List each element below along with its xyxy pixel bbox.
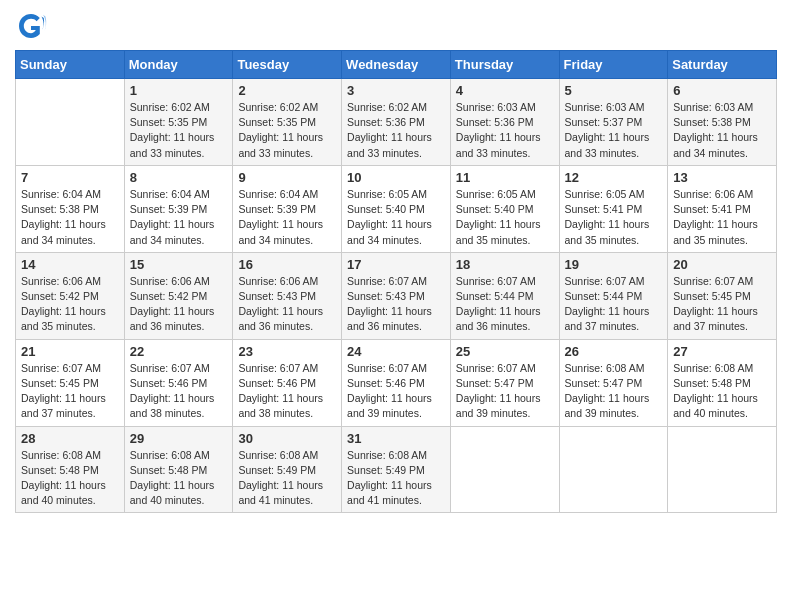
day-cell: 6Sunrise: 6:03 AMSunset: 5:38 PMDaylight… — [668, 79, 777, 166]
day-number: 2 — [238, 83, 336, 98]
day-number: 29 — [130, 431, 228, 446]
day-number: 12 — [565, 170, 663, 185]
day-info: Sunrise: 6:02 AMSunset: 5:35 PMDaylight:… — [130, 100, 228, 161]
day-info: Sunrise: 6:06 AMSunset: 5:42 PMDaylight:… — [21, 274, 119, 335]
day-cell: 5Sunrise: 6:03 AMSunset: 5:37 PMDaylight… — [559, 79, 668, 166]
day-cell: 29Sunrise: 6:08 AMSunset: 5:48 PMDayligh… — [124, 426, 233, 513]
day-info: Sunrise: 6:07 AMSunset: 5:44 PMDaylight:… — [456, 274, 554, 335]
day-info: Sunrise: 6:08 AMSunset: 5:48 PMDaylight:… — [21, 448, 119, 509]
day-number: 6 — [673, 83, 771, 98]
week-row-3: 14Sunrise: 6:06 AMSunset: 5:42 PMDayligh… — [16, 252, 777, 339]
day-info: Sunrise: 6:08 AMSunset: 5:49 PMDaylight:… — [238, 448, 336, 509]
day-info: Sunrise: 6:02 AMSunset: 5:35 PMDaylight:… — [238, 100, 336, 161]
day-info: Sunrise: 6:05 AMSunset: 5:40 PMDaylight:… — [456, 187, 554, 248]
day-number: 15 — [130, 257, 228, 272]
weekday-header-thursday: Thursday — [450, 51, 559, 79]
day-cell: 9Sunrise: 6:04 AMSunset: 5:39 PMDaylight… — [233, 165, 342, 252]
day-cell — [668, 426, 777, 513]
day-number: 31 — [347, 431, 445, 446]
weekday-header-monday: Monday — [124, 51, 233, 79]
day-number: 22 — [130, 344, 228, 359]
day-info: Sunrise: 6:07 AMSunset: 5:46 PMDaylight:… — [347, 361, 445, 422]
day-number: 1 — [130, 83, 228, 98]
day-info: Sunrise: 6:07 AMSunset: 5:46 PMDaylight:… — [238, 361, 336, 422]
day-number: 27 — [673, 344, 771, 359]
day-cell: 13Sunrise: 6:06 AMSunset: 5:41 PMDayligh… — [668, 165, 777, 252]
day-number: 25 — [456, 344, 554, 359]
day-cell: 10Sunrise: 6:05 AMSunset: 5:40 PMDayligh… — [342, 165, 451, 252]
day-info: Sunrise: 6:07 AMSunset: 5:47 PMDaylight:… — [456, 361, 554, 422]
day-info: Sunrise: 6:07 AMSunset: 5:46 PMDaylight:… — [130, 361, 228, 422]
day-cell: 16Sunrise: 6:06 AMSunset: 5:43 PMDayligh… — [233, 252, 342, 339]
calendar-body: 1Sunrise: 6:02 AMSunset: 5:35 PMDaylight… — [16, 79, 777, 513]
day-number: 16 — [238, 257, 336, 272]
day-cell: 24Sunrise: 6:07 AMSunset: 5:46 PMDayligh… — [342, 339, 451, 426]
day-info: Sunrise: 6:06 AMSunset: 5:43 PMDaylight:… — [238, 274, 336, 335]
day-info: Sunrise: 6:08 AMSunset: 5:48 PMDaylight:… — [673, 361, 771, 422]
day-info: Sunrise: 6:07 AMSunset: 5:45 PMDaylight:… — [673, 274, 771, 335]
day-info: Sunrise: 6:08 AMSunset: 5:47 PMDaylight:… — [565, 361, 663, 422]
day-number: 21 — [21, 344, 119, 359]
day-info: Sunrise: 6:04 AMSunset: 5:39 PMDaylight:… — [130, 187, 228, 248]
day-number: 23 — [238, 344, 336, 359]
day-cell — [559, 426, 668, 513]
logo-icon — [15, 10, 47, 42]
day-cell: 4Sunrise: 6:03 AMSunset: 5:36 PMDaylight… — [450, 79, 559, 166]
day-number: 3 — [347, 83, 445, 98]
day-number: 30 — [238, 431, 336, 446]
day-cell: 17Sunrise: 6:07 AMSunset: 5:43 PMDayligh… — [342, 252, 451, 339]
day-cell: 28Sunrise: 6:08 AMSunset: 5:48 PMDayligh… — [16, 426, 125, 513]
day-info: Sunrise: 6:08 AMSunset: 5:48 PMDaylight:… — [130, 448, 228, 509]
day-info: Sunrise: 6:05 AMSunset: 5:40 PMDaylight:… — [347, 187, 445, 248]
day-cell: 26Sunrise: 6:08 AMSunset: 5:47 PMDayligh… — [559, 339, 668, 426]
day-number: 4 — [456, 83, 554, 98]
day-cell: 7Sunrise: 6:04 AMSunset: 5:38 PMDaylight… — [16, 165, 125, 252]
day-number: 17 — [347, 257, 445, 272]
day-cell: 27Sunrise: 6:08 AMSunset: 5:48 PMDayligh… — [668, 339, 777, 426]
day-number: 28 — [21, 431, 119, 446]
day-info: Sunrise: 6:06 AMSunset: 5:41 PMDaylight:… — [673, 187, 771, 248]
day-cell: 14Sunrise: 6:06 AMSunset: 5:42 PMDayligh… — [16, 252, 125, 339]
day-info: Sunrise: 6:02 AMSunset: 5:36 PMDaylight:… — [347, 100, 445, 161]
day-cell: 12Sunrise: 6:05 AMSunset: 5:41 PMDayligh… — [559, 165, 668, 252]
day-info: Sunrise: 6:07 AMSunset: 5:45 PMDaylight:… — [21, 361, 119, 422]
day-info: Sunrise: 6:05 AMSunset: 5:41 PMDaylight:… — [565, 187, 663, 248]
week-row-4: 21Sunrise: 6:07 AMSunset: 5:45 PMDayligh… — [16, 339, 777, 426]
day-cell: 11Sunrise: 6:05 AMSunset: 5:40 PMDayligh… — [450, 165, 559, 252]
week-row-2: 7Sunrise: 6:04 AMSunset: 5:38 PMDaylight… — [16, 165, 777, 252]
weekday-header-friday: Friday — [559, 51, 668, 79]
calendar-table: SundayMondayTuesdayWednesdayThursdayFrid… — [15, 50, 777, 513]
day-info: Sunrise: 6:03 AMSunset: 5:37 PMDaylight:… — [565, 100, 663, 161]
day-number: 10 — [347, 170, 445, 185]
day-cell: 30Sunrise: 6:08 AMSunset: 5:49 PMDayligh… — [233, 426, 342, 513]
logo — [15, 10, 51, 42]
weekday-header-tuesday: Tuesday — [233, 51, 342, 79]
day-number: 9 — [238, 170, 336, 185]
day-number: 11 — [456, 170, 554, 185]
day-cell: 21Sunrise: 6:07 AMSunset: 5:45 PMDayligh… — [16, 339, 125, 426]
day-number: 13 — [673, 170, 771, 185]
day-cell: 18Sunrise: 6:07 AMSunset: 5:44 PMDayligh… — [450, 252, 559, 339]
day-cell — [16, 79, 125, 166]
day-info: Sunrise: 6:03 AMSunset: 5:38 PMDaylight:… — [673, 100, 771, 161]
day-cell: 23Sunrise: 6:07 AMSunset: 5:46 PMDayligh… — [233, 339, 342, 426]
day-cell: 19Sunrise: 6:07 AMSunset: 5:44 PMDayligh… — [559, 252, 668, 339]
day-number: 18 — [456, 257, 554, 272]
day-cell: 1Sunrise: 6:02 AMSunset: 5:35 PMDaylight… — [124, 79, 233, 166]
weekday-header-sunday: Sunday — [16, 51, 125, 79]
day-info: Sunrise: 6:04 AMSunset: 5:39 PMDaylight:… — [238, 187, 336, 248]
day-number: 20 — [673, 257, 771, 272]
day-info: Sunrise: 6:04 AMSunset: 5:38 PMDaylight:… — [21, 187, 119, 248]
day-number: 8 — [130, 170, 228, 185]
day-info: Sunrise: 6:06 AMSunset: 5:42 PMDaylight:… — [130, 274, 228, 335]
day-info: Sunrise: 6:07 AMSunset: 5:44 PMDaylight:… — [565, 274, 663, 335]
day-cell: 15Sunrise: 6:06 AMSunset: 5:42 PMDayligh… — [124, 252, 233, 339]
calendar-header: SundayMondayTuesdayWednesdayThursdayFrid… — [16, 51, 777, 79]
day-number: 7 — [21, 170, 119, 185]
day-info: Sunrise: 6:03 AMSunset: 5:36 PMDaylight:… — [456, 100, 554, 161]
day-info: Sunrise: 6:08 AMSunset: 5:49 PMDaylight:… — [347, 448, 445, 509]
weekday-header-wednesday: Wednesday — [342, 51, 451, 79]
weekday-row: SundayMondayTuesdayWednesdayThursdayFrid… — [16, 51, 777, 79]
day-number: 14 — [21, 257, 119, 272]
day-cell: 22Sunrise: 6:07 AMSunset: 5:46 PMDayligh… — [124, 339, 233, 426]
